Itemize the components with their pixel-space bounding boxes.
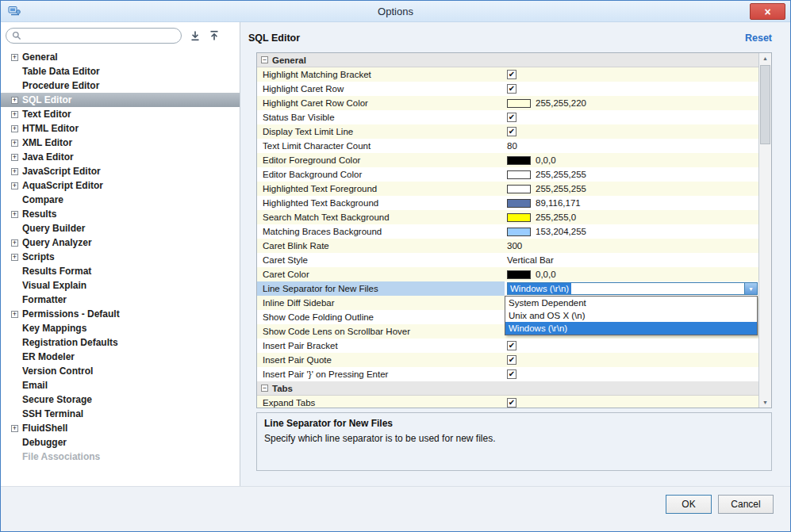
prop-value[interactable]: ✔ [505, 67, 758, 82]
combobox-dropdown-button[interactable]: ▼ [744, 283, 757, 294]
prop-row-line-separator-for-new-files[interactable]: Line Separator for New FilesWindows (\r\… [257, 281, 758, 296]
color-swatch[interactable] [507, 199, 531, 208]
dropdown-option-windows-r-n[interactable]: Windows (\r\n) [505, 322, 757, 335]
expand-icon[interactable]: + [11, 254, 18, 261]
prop-value[interactable]: Vertical Bar [505, 253, 758, 267]
prop-value[interactable]: ✔ [505, 353, 758, 367]
tree-item-permissions-default[interactable]: +Permissions - Default [1, 307, 240, 321]
prop-row-caret-color[interactable]: Caret Color0,0,0 [257, 267, 758, 281]
checkbox-checked[interactable]: ✔ [507, 369, 516, 379]
prop-value[interactable]: 255,255,0 [505, 210, 758, 224]
prop-value[interactable]: 80 [505, 139, 758, 153]
prop-row-insert-pair-on-pressing-enter[interactable]: Insert Pair '}' on Pressing Enter✔ [257, 367, 758, 381]
prop-value[interactable]: 255,255,255 [505, 167, 758, 182]
expand-icon[interactable]: + [11, 54, 18, 61]
prop-value[interactable]: 89,116,171 [505, 196, 758, 210]
tree-item-xml-editor[interactable]: +XML Editor [1, 136, 240, 150]
prop-value[interactable]: ✔ [505, 110, 758, 124]
prop-row-highlight-matching-bracket[interactable]: Highlight Matching Bracket✔ [257, 67, 758, 82]
prop-value[interactable]: 255,255,255 [505, 182, 758, 196]
checkbox-checked[interactable]: ✔ [507, 84, 516, 94]
tree-item-html-editor[interactable]: +HTML Editor [1, 121, 240, 136]
tree-item-er-modeler[interactable]: ER Modeler [1, 350, 240, 364]
color-swatch[interactable] [507, 156, 531, 165]
prop-row-matching-braces-background[interactable]: Matching Braces Background153,204,255 [257, 224, 758, 239]
cancel-button[interactable]: Cancel [718, 495, 774, 514]
checkbox-checked[interactable]: ✔ [507, 398, 516, 408]
prop-row-status-bar-visible[interactable]: Status Bar Visible✔ [257, 110, 758, 124]
tree-item-java-editor[interactable]: +Java Editor [1, 150, 240, 164]
tree-item-version-control[interactable]: Version Control [1, 364, 240, 378]
prop-value[interactable]: 153,204,255 [505, 224, 758, 239]
vertical-scrollbar[interactable]: ▲ ▼ [758, 53, 771, 408]
tree-item-ssh-terminal[interactable]: SSH Terminal [1, 407, 240, 421]
prop-value[interactable]: 255,255,220 [505, 96, 758, 110]
prop-row-insert-pair-bracket[interactable]: Insert Pair Bracket✔ [257, 339, 758, 353]
tree-item-table-data-editor[interactable]: Table Data Editor [1, 64, 240, 78]
color-swatch[interactable] [507, 270, 531, 279]
prop-row-editor-foreground-color[interactable]: Editor Foreground Color0,0,0 [257, 153, 758, 167]
tree-item-aquascript-editor[interactable]: +AquaScript Editor [1, 178, 240, 193]
scrollbar-thumb[interactable] [760, 65, 770, 144]
expand-icon[interactable]: + [11, 97, 18, 104]
prop-value[interactable]: 300 [505, 239, 758, 253]
ok-button[interactable]: OK [666, 495, 712, 514]
dropdown-option-system-dependent[interactable]: System Dependent [505, 297, 757, 309]
prop-row-editor-background-color[interactable]: Editor Background Color255,255,255 [257, 167, 758, 182]
prop-value[interactable]: ✔ [505, 339, 758, 353]
prop-row-highlight-caret-row[interactable]: Highlight Caret Row✔ [257, 82, 758, 96]
scroll-up-icon[interactable]: ▲ [759, 55, 771, 61]
scroll-down-icon[interactable]: ▼ [759, 400, 771, 405]
group-header-tabs[interactable]: −Tabs [257, 381, 758, 396]
collapse-icon[interactable]: − [261, 56, 268, 63]
color-swatch[interactable] [507, 213, 531, 222]
tree-item-sql-editor[interactable]: +SQL Editor [1, 93, 240, 107]
checkbox-checked[interactable]: ✔ [507, 70, 516, 79]
prop-value[interactable]: 0,0,0 [505, 153, 758, 167]
titlebar[interactable]: Options × [1, 1, 790, 22]
tree-item-debugger[interactable]: Debugger [1, 435, 240, 450]
color-swatch[interactable] [507, 185, 531, 193]
tree-item-fluidshell[interactable]: +FluidShell [1, 421, 240, 435]
tree-item-registration-defaults[interactable]: Registration Defaults [1, 335, 240, 350]
prop-row-search-match-text-background[interactable]: Search Match Text Background255,255,0 [257, 210, 758, 224]
prop-row-caret-style[interactable]: Caret StyleVertical Bar [257, 253, 758, 267]
prop-row-expand-tabs[interactable]: Expand Tabs✔ [257, 396, 758, 408]
prop-value[interactable]: ✔ [505, 367, 758, 381]
checkbox-checked[interactable]: ✔ [507, 127, 516, 136]
expand-icon[interactable]: + [11, 154, 18, 161]
prop-value[interactable]: Windows (\r\n)▼ [505, 281, 758, 296]
expand-icon[interactable]: + [11, 168, 18, 175]
search-input[interactable] [25, 30, 175, 41]
expand-icon[interactable]: + [11, 182, 18, 189]
color-swatch[interactable] [507, 228, 531, 236]
expand-all-icon[interactable] [190, 30, 201, 41]
tree-item-results-format[interactable]: Results Format [1, 264, 240, 278]
prop-row-display-text-limit-line[interactable]: Display Text Limit Line✔ [257, 124, 758, 139]
prop-row-insert-pair-quote[interactable]: Insert Pair Quote✔ [257, 353, 758, 367]
close-button[interactable]: × [750, 3, 785, 20]
prop-row-highlighted-text-background[interactable]: Highlighted Text Background89,116,171 [257, 196, 758, 210]
tree-item-key-mappings[interactable]: Key Mappings [1, 321, 240, 335]
tree-item-procedure-editor[interactable]: Procedure Editor [1, 78, 240, 93]
tree-item-javascript-editor[interactable]: +JavaScript Editor [1, 164, 240, 178]
expand-icon[interactable]: + [11, 311, 18, 318]
collapse-all-icon[interactable] [209, 30, 220, 41]
tree-item-general[interactable]: +General [1, 50, 240, 64]
prop-row-text-limit-character-count[interactable]: Text Limit Character Count80 [257, 139, 758, 153]
tree-item-results[interactable]: +Results [1, 207, 240, 221]
prop-value[interactable]: ✔ [505, 124, 758, 139]
checkbox-checked[interactable]: ✔ [507, 113, 516, 122]
tree-item-file-associations[interactable]: File Associations [1, 450, 240, 464]
prop-value[interactable]: 0,0,0 [505, 267, 758, 281]
tree-item-email[interactable]: Email [1, 378, 240, 392]
prop-row-caret-blink-rate[interactable]: Caret Blink Rate300 [257, 239, 758, 253]
prop-row-highlighted-text-foreground[interactable]: Highlighted Text Foreground255,255,255 [257, 182, 758, 196]
collapse-icon[interactable]: − [261, 385, 268, 392]
tree-item-scripts[interactable]: +Scripts [1, 250, 240, 264]
prop-row-highlight-caret-row-color[interactable]: Highlight Caret Row Color255,255,220 [257, 96, 758, 110]
tree-item-formatter[interactable]: Formatter [1, 293, 240, 307]
expand-icon[interactable]: + [11, 111, 18, 118]
color-swatch[interactable] [507, 170, 531, 179]
expand-icon[interactable]: + [11, 239, 18, 247]
